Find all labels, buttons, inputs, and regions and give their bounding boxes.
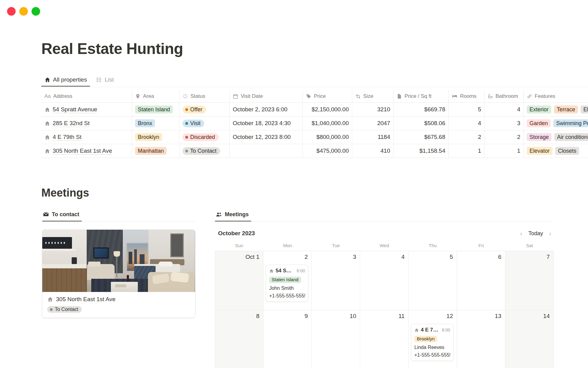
- tab-to-contact[interactable]: To contact: [42, 211, 82, 221]
- column-header-features[interactable]: Features: [524, 90, 588, 102]
- address-link[interactable]: 305 North East 1st Ave: [53, 147, 112, 155]
- calendar-cell-oct11[interactable]: 11: [360, 310, 409, 368]
- calendar-cell-oct10[interactable]: 10: [312, 310, 360, 368]
- database-view-tabs: All properties List: [41, 75, 588, 87]
- next-month-button[interactable]: ›: [548, 230, 552, 237]
- rooms-cell[interactable]: 1: [449, 144, 484, 158]
- address-link[interactable]: 4 E 79th St: [53, 133, 81, 141]
- column-header-price-sqft[interactable]: Price / Sq ft: [394, 90, 449, 102]
- feature-tag: Terrace: [554, 105, 578, 114]
- price-cell[interactable]: $475,000.00: [303, 144, 352, 158]
- column-header-rooms[interactable]: Rooms: [449, 90, 484, 102]
- address-link[interactable]: 285 E 32nd St: [53, 120, 89, 127]
- zoom-window-button[interactable]: [32, 7, 40, 16]
- column-header-price[interactable]: Price: [303, 90, 352, 102]
- price-sqft-cell[interactable]: $675.68: [394, 130, 449, 144]
- close-window-button[interactable]: [7, 7, 16, 16]
- column-header-status[interactable]: Status: [179, 90, 230, 102]
- price-cell[interactable]: $2,150,000.00: [303, 103, 352, 116]
- feature-tag: Closets: [555, 147, 579, 155]
- status-cell[interactable]: Offer: [179, 103, 230, 116]
- tab-all-properties[interactable]: All properties: [41, 76, 90, 86]
- table-row: 54 Spratt Avenue Staten Island Offer Oct…: [41, 103, 588, 117]
- calendar-event[interactable]: 4 E 7… 8:00 Brooklyn Linda Reeves +1-555…: [411, 324, 454, 361]
- visit-date-cell[interactable]: October 12, 2023 8:00: [230, 130, 303, 144]
- column-header-address[interactable]: Aa Address: [41, 90, 132, 102]
- calendar-cell-oct8[interactable]: 8: [215, 310, 263, 368]
- minimize-window-button[interactable]: [19, 7, 28, 16]
- tab-meetings[interactable]: Meetings: [215, 211, 251, 221]
- calendar-grid: Oct 1 2 54 S… 6:00 Staten Island John Sm…: [215, 251, 554, 368]
- visit-date-cell[interactable]: October 18, 2023 4:30: [230, 117, 303, 130]
- size-cell[interactable]: 2047: [352, 117, 394, 130]
- status-tag: Discarded: [183, 133, 219, 141]
- size-cell[interactable]: 1184: [352, 130, 394, 144]
- calendar-cell-oct4[interactable]: 4: [360, 251, 409, 310]
- bathroom-cell[interactable]: 2: [484, 130, 524, 144]
- table-row: 4 E 79th St Brooklyn Discarded October 1…: [41, 130, 588, 144]
- visit-date-cell[interactable]: [230, 144, 303, 158]
- address-link[interactable]: 54 Spratt Avenue: [53, 106, 97, 113]
- area-tag: Manhattan: [135, 147, 167, 155]
- event-contact: John Smith: [269, 286, 305, 291]
- feature-tag: Exterior: [527, 105, 551, 114]
- column-header-size[interactable]: Size: [352, 90, 394, 102]
- calendar-cell-oct2[interactable]: 2 54 S… 6:00 Staten Island John Smith +1…: [263, 251, 312, 310]
- price-sqft-cell[interactable]: $508.06: [394, 117, 449, 130]
- area-cell[interactable]: Manhattan: [132, 144, 179, 158]
- calendar-cell-oct6[interactable]: 6: [457, 251, 505, 310]
- calendar-week: Oct 1 2 54 S… 6:00 Staten Island John Sm…: [215, 251, 554, 310]
- status-cell[interactable]: To Contact: [179, 144, 230, 158]
- area-tag: Brooklyn: [135, 133, 162, 141]
- calendar-cell-oct9[interactable]: 9: [263, 310, 312, 368]
- address-cell[interactable]: 54 Spratt Avenue: [41, 103, 132, 116]
- page-icon: [397, 94, 402, 99]
- property-card[interactable]: 305 North East 1st Ave To Contact: [42, 230, 195, 318]
- status-cell[interactable]: Visit: [179, 117, 230, 130]
- features-cell[interactable]: Elevator Closets: [524, 144, 588, 158]
- area-cell[interactable]: Staten Island: [132, 103, 179, 116]
- house-icon: [414, 328, 419, 332]
- address-cell[interactable]: 4 E 79th St: [41, 130, 132, 144]
- calendar-month-label: October 2023: [218, 230, 255, 237]
- tabbar-divider: [82, 211, 195, 221]
- bathroom-cell[interactable]: 3: [484, 117, 524, 130]
- area-cell[interactable]: Brooklyn: [132, 130, 179, 144]
- status-dot: [185, 122, 188, 125]
- visit-date-cell[interactable]: October 2, 2023 6:00: [230, 103, 303, 116]
- size-cell[interactable]: 3210: [352, 103, 394, 116]
- calendar-cell-oct5[interactable]: 5: [409, 251, 457, 310]
- features-cell[interactable]: Storage Air conditioning: [524, 130, 588, 144]
- column-header-area[interactable]: Area: [132, 90, 179, 102]
- calendar-cell-oct3[interactable]: 3: [312, 251, 360, 310]
- price-cell[interactable]: $800,000.00: [303, 130, 352, 144]
- features-cell[interactable]: Garden Swimming Pool: [524, 117, 588, 130]
- calendar-cell-oct13[interactable]: 13: [457, 310, 505, 368]
- rooms-cell[interactable]: 4: [449, 117, 484, 130]
- calendar-cell-oct12[interactable]: 12 4 E 7… 8:00 Brooklyn Linda Reeves +1-…: [409, 310, 457, 368]
- bathroom-cell[interactable]: 1: [484, 144, 524, 158]
- rooms-cell[interactable]: 2: [449, 130, 484, 144]
- calendar-cell-oct14[interactable]: 14: [505, 310, 554, 368]
- calendar-cell-oct1[interactable]: Oct 1: [215, 251, 263, 310]
- tab-list[interactable]: List: [93, 76, 117, 86]
- features-cell[interactable]: Exterior Terrace Elevator: [524, 103, 588, 116]
- price-sqft-cell[interactable]: $669.78: [394, 103, 449, 116]
- calendar-event[interactable]: 54 S… 6:00 Staten Island John Smith +1-5…: [266, 265, 308, 302]
- bathroom-cell[interactable]: 4: [484, 103, 524, 116]
- address-cell[interactable]: 305 North East 1st Ave: [41, 144, 132, 158]
- calendar-cell-oct7[interactable]: 7: [505, 251, 554, 310]
- price-sqft-cell[interactable]: $1,158.54: [394, 144, 449, 158]
- calendar-nav: ‹ Today ›: [519, 230, 552, 237]
- rooms-cell[interactable]: 5: [449, 103, 484, 116]
- today-button[interactable]: Today: [528, 230, 543, 237]
- column-header-bathroom[interactable]: Bathroom: [484, 90, 524, 102]
- prev-month-button[interactable]: ‹: [519, 230, 524, 237]
- feature-tag: Swimming Pool: [553, 119, 588, 128]
- area-cell[interactable]: Bronx: [132, 117, 179, 130]
- column-header-visit-date[interactable]: Visit Date: [230, 90, 303, 102]
- price-cell[interactable]: $1,040,000.00: [303, 117, 352, 130]
- status-cell[interactable]: Discarded: [179, 130, 230, 144]
- size-cell[interactable]: 410: [352, 144, 394, 158]
- address-cell[interactable]: 285 E 32nd St: [41, 117, 132, 130]
